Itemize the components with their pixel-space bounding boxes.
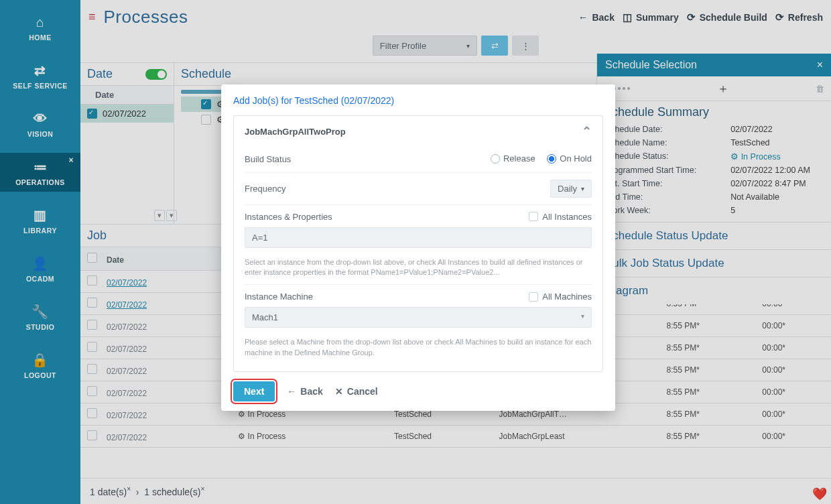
- instances-label: Instances & Properties: [245, 212, 332, 222]
- all-instances-checkbox[interactable]: All Instances: [529, 212, 592, 222]
- caret-down-icon: ▾: [581, 185, 584, 192]
- frequency-select[interactable]: Daily ▾: [550, 180, 592, 198]
- release-radio[interactable]: Release: [491, 153, 535, 164]
- close-icon: ✕: [335, 386, 343, 397]
- cancel-button[interactable]: ✕Cancel: [335, 386, 378, 397]
- modal-title: Add Job(s) for TestSched (02/07/2022): [233, 95, 603, 106]
- next-button[interactable]: Next: [233, 381, 275, 401]
- job-card: JobMachGrpAllTwoProp ⌃ Build Status Rele…: [233, 115, 603, 372]
- job-card-title: JobMachGrpAllTwoProp: [245, 127, 346, 137]
- machine-label: Instance Machine: [245, 292, 313, 302]
- machine-select[interactable]: Mach1 ▾: [245, 307, 592, 328]
- instances-input[interactable]: A=1: [245, 227, 592, 248]
- caret-down-icon: ▾: [581, 312, 584, 322]
- build-status-label: Build Status: [245, 154, 291, 164]
- modal-back-button[interactable]: ←Back: [287, 386, 322, 397]
- onhold-radio[interactable]: On Hold: [547, 153, 592, 164]
- all-machines-checkbox[interactable]: All Machines: [529, 292, 592, 302]
- frequency-label: Frequency: [245, 184, 285, 194]
- add-jobs-modal: Add Job(s) for TestSched (02/07/2022) Jo…: [221, 84, 615, 411]
- instances-help: Select an instance from the drop-down li…: [245, 257, 592, 278]
- machine-help: Please select a Machine from the drop-do…: [245, 337, 592, 358]
- arrow-left-icon: ←: [287, 386, 296, 397]
- collapse-icon[interactable]: ⌃: [582, 124, 592, 139]
